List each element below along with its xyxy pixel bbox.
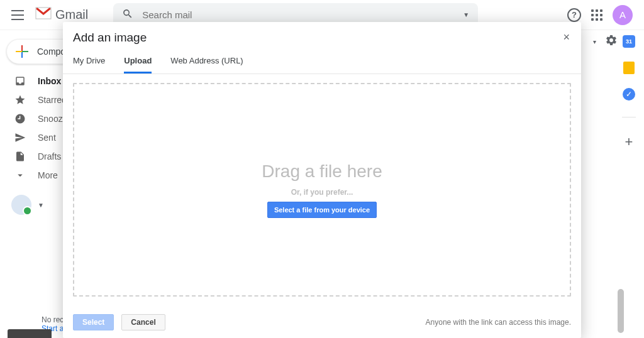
tasks-icon[interactable]: ✓ <box>623 88 635 101</box>
dialog-tabs: My Drive Upload Web Address (URL) <box>63 51 581 74</box>
add-image-dialog: Add an image × My Drive Upload Web Addre… <box>63 22 581 338</box>
sidebar-item-label: Inbox <box>38 76 61 86</box>
calendar-icon[interactable]: 31 <box>623 35 635 48</box>
dialog-title: Add an image <box>63 22 581 51</box>
chevron-down-icon <box>14 170 26 181</box>
sidebar-item-label: Drafts <box>38 151 61 161</box>
google-apps-icon[interactable] <box>591 9 602 21</box>
search-icon <box>122 8 133 22</box>
chevron-down-icon[interactable]: ▼ <box>38 202 44 209</box>
upload-body: Drag a file here Or, if you prefer... Se… <box>63 74 581 307</box>
inbox-icon <box>14 75 26 87</box>
cancel-button[interactable]: Cancel <box>121 314 165 330</box>
footer-note-text: Anyone with the link can access this ima… <box>426 318 571 327</box>
gmail-envelope-icon <box>35 7 52 23</box>
drag-instruction-text: Drag a file here <box>262 161 382 182</box>
keep-icon[interactable] <box>623 62 635 74</box>
file-drop-zone[interactable]: Drag a file here Or, if you prefer... Se… <box>73 83 571 297</box>
send-icon <box>14 132 26 143</box>
tab-my-drive[interactable]: My Drive <box>73 51 105 74</box>
plus-icon <box>16 45 28 58</box>
or-separator-text: Or, if you prefer... <box>291 188 353 197</box>
select-file-button[interactable]: Select a file from your device <box>267 202 377 218</box>
star-icon <box>14 94 26 106</box>
presence-avatar-icon <box>11 195 31 215</box>
account-avatar[interactable]: A <box>613 5 633 25</box>
help-icon[interactable]: ? <box>567 8 581 22</box>
hamburger-menu-icon[interactable] <box>11 10 24 20</box>
sidebar-item-label: Sent <box>38 133 56 143</box>
side-panel: 31 ✓ + <box>616 33 641 150</box>
tab-web-url[interactable]: Web Address (URL) <box>170 51 243 74</box>
clock-icon <box>14 113 26 124</box>
scrollbar-thumb[interactable] <box>618 289 624 333</box>
add-addon-icon[interactable]: + <box>625 134 633 150</box>
search-options-icon[interactable]: ▼ <box>463 11 469 18</box>
close-icon[interactable]: × <box>563 31 570 44</box>
dialog-footer: Select Cancel Anyone with the link can a… <box>63 307 581 338</box>
side-panel-divider <box>622 117 636 117</box>
search-input[interactable] <box>142 9 463 20</box>
document-icon <box>14 151 26 162</box>
sidebar-item-label: More <box>38 170 58 180</box>
chevron-down-icon[interactable]: ▾ <box>593 38 596 45</box>
select-button[interactable]: Select <box>73 314 114 330</box>
tab-upload[interactable]: Upload <box>124 51 152 74</box>
logo-text: Gmail <box>55 8 88 22</box>
gear-icon[interactable] <box>605 34 618 50</box>
mail-toolbar: ▾ <box>593 34 618 50</box>
gmail-logo[interactable]: Gmail <box>35 7 88 23</box>
bottom-bar <box>8 329 52 338</box>
